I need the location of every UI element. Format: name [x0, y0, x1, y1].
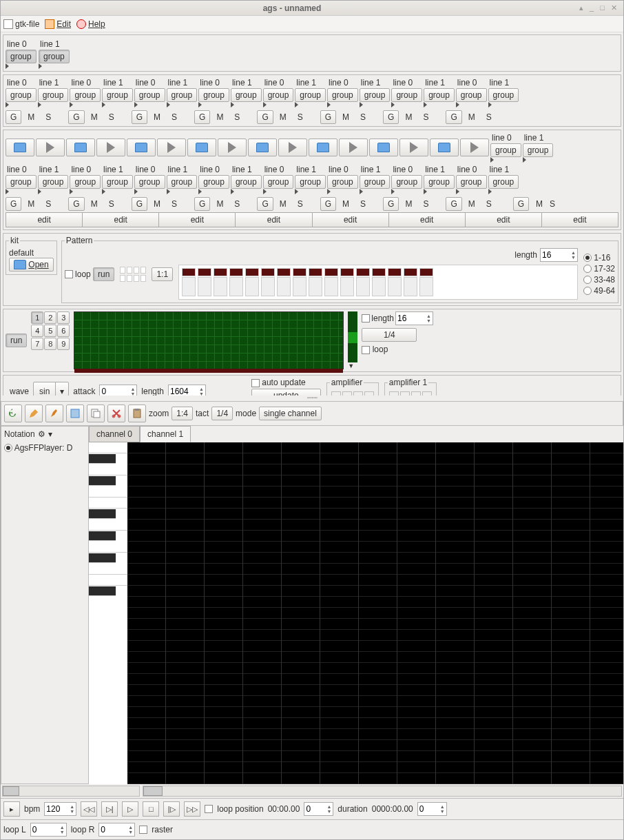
s-button[interactable]: S: [481, 197, 497, 211]
expand-icon[interactable]: [6, 189, 9, 194]
group-button[interactable]: group: [38, 175, 69, 189]
matrix-loop-checkbox[interactable]: [362, 346, 370, 354]
expand-icon[interactable]: [327, 189, 331, 194]
m-button[interactable]: M: [149, 110, 165, 124]
matrix-run-button[interactable]: run: [6, 334, 27, 347]
pattern-step[interactable]: [214, 268, 227, 276]
group-button[interactable]: group: [424, 88, 455, 102]
group-button[interactable]: group: [391, 175, 422, 189]
pattern-step[interactable]: [229, 277, 243, 296]
expand-icon[interactable]: [70, 189, 73, 194]
expand-icon[interactable]: [327, 102, 331, 107]
open-icon-button[interactable]: [66, 139, 95, 156]
expand-icon[interactable]: [424, 189, 427, 194]
m-button[interactable]: M: [338, 110, 353, 124]
m-button[interactable]: M: [464, 197, 479, 211]
s-button[interactable]: S: [167, 110, 182, 124]
pattern-step[interactable]: [245, 277, 259, 296]
open-icon-button[interactable]: [6, 139, 34, 156]
pattern-length-input[interactable]: ▲▼: [540, 248, 578, 262]
group-button[interactable]: group: [167, 88, 198, 102]
run-button[interactable]: run: [93, 267, 114, 281]
edit-button[interactable]: edit: [542, 212, 618, 227]
expand-icon[interactable]: [198, 102, 202, 107]
wave-select[interactable]: sin▾: [33, 382, 69, 396]
tool-paste[interactable]: [128, 404, 146, 422]
m-button[interactable]: M: [275, 197, 291, 211]
transport-forward[interactable]: ▷▷: [184, 801, 200, 817]
pattern-step[interactable]: [261, 277, 275, 296]
expand-icon[interactable]: [391, 189, 395, 194]
loop-position-checkbox[interactable]: [205, 805, 213, 813]
group-button[interactable]: group: [263, 175, 294, 189]
auto-update-checkbox[interactable]: [251, 379, 260, 387]
s-button[interactable]: S: [229, 197, 245, 211]
open-icon-button[interactable]: [187, 139, 216, 156]
menu-edit[interactable]: Edit: [45, 19, 71, 29]
pattern-step[interactable]: [182, 268, 196, 276]
amp-slider[interactable]: [422, 391, 432, 396]
group-button[interactable]: group: [231, 88, 262, 102]
pattern-step[interactable]: [309, 268, 322, 276]
group-button[interactable]: group: [295, 175, 326, 189]
group-button[interactable]: group: [102, 88, 133, 102]
pattern-step[interactable]: [388, 277, 402, 296]
play-icon-button[interactable]: [157, 139, 186, 156]
group-button[interactable]: group: [198, 175, 229, 189]
transport-prev[interactable]: ▷|: [101, 801, 118, 817]
amp-slider[interactable]: [331, 391, 341, 396]
duration-input[interactable]: ▲▼: [417, 802, 447, 816]
transport-expand[interactable]: ▸: [3, 801, 20, 817]
loop-checkbox[interactable]: [65, 270, 73, 278]
group-button[interactable]: group: [39, 50, 70, 63]
edit-button[interactable]: edit: [389, 212, 466, 227]
pattern-step[interactable]: [419, 268, 433, 276]
m-button[interactable]: M: [464, 110, 479, 124]
pattern-step[interactable]: [293, 277, 306, 296]
g-button[interactable]: G: [6, 197, 21, 211]
pattern-cell[interactable]: [127, 275, 132, 282]
hscroll-main[interactable]: [143, 786, 622, 797]
group-button[interactable]: group: [295, 88, 326, 102]
expand-icon[interactable]: [456, 189, 459, 194]
numpad-button[interactable]: 5: [44, 325, 56, 337]
pattern-step[interactable]: [277, 277, 291, 296]
pattern-step[interactable]: [372, 277, 386, 296]
edit-button[interactable]: edit: [159, 212, 236, 227]
m-button[interactable]: M: [338, 197, 353, 211]
numpad-button[interactable]: 1: [31, 311, 43, 324]
attack-input[interactable]: ▲▼: [99, 385, 137, 396]
expand-icon[interactable]: [391, 102, 395, 107]
kit-open-button[interactable]: Open: [9, 258, 54, 272]
pattern-step[interactable]: [182, 277, 196, 296]
g-button[interactable]: G: [68, 197, 84, 211]
pattern-step[interactable]: [372, 268, 386, 276]
range-radio[interactable]: [583, 265, 592, 273]
play-icon-button[interactable]: [218, 139, 247, 156]
group-button[interactable]: group: [360, 88, 391, 102]
range-radio[interactable]: [583, 254, 592, 262]
expand-icon[interactable]: [456, 102, 459, 107]
pattern-step[interactable]: [404, 277, 417, 296]
g-button[interactable]: G: [257, 110, 273, 124]
range-radio[interactable]: [583, 287, 592, 295]
group-button[interactable]: group: [488, 88, 519, 102]
tool-copy[interactable]: [87, 404, 105, 422]
play-icon-button[interactable]: [399, 139, 428, 156]
range-radio[interactable]: [583, 276, 592, 284]
numpad-button[interactable]: 3: [57, 311, 70, 324]
g-button[interactable]: G: [383, 110, 399, 124]
pattern-cell[interactable]: [127, 267, 132, 274]
g-button[interactable]: G: [132, 197, 147, 211]
open-icon-button[interactable]: [430, 139, 459, 156]
s-button[interactable]: S: [229, 110, 245, 124]
expand-icon[interactable]: [295, 102, 298, 107]
ratio-button[interactable]: 1:1: [152, 267, 173, 281]
transport-next[interactable]: |▷: [163, 801, 180, 817]
pattern-step[interactable]: [261, 268, 275, 276]
m-button[interactable]: M: [212, 110, 227, 124]
m-button[interactable]: M: [23, 197, 39, 211]
dropdown-icon[interactable]: ▾: [48, 429, 52, 439]
matrix-length-input[interactable]: ▲▼: [395, 311, 433, 325]
tool-cut[interactable]: [107, 404, 125, 422]
